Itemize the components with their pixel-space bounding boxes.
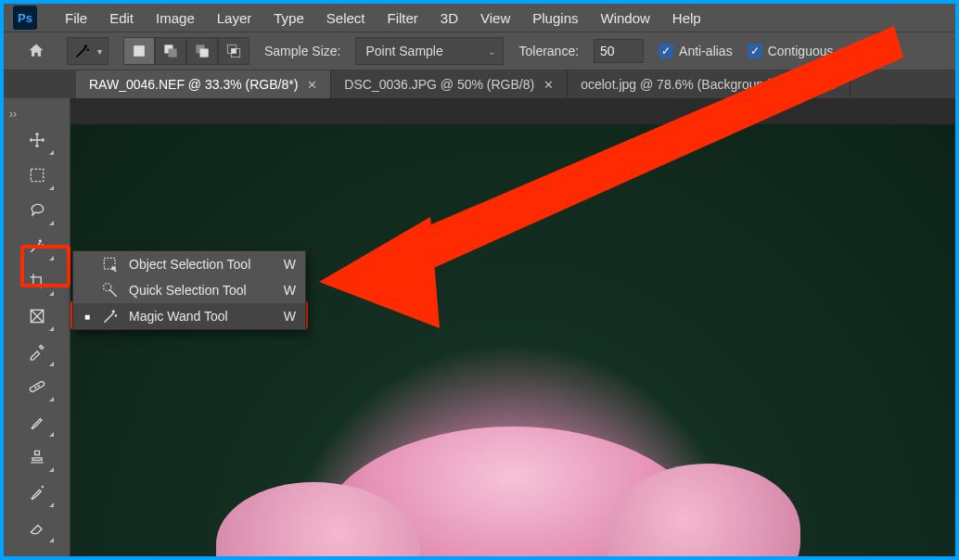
squares-intersect-icon <box>224 42 243 60</box>
move-icon <box>28 131 46 149</box>
menu-bar: Ps File Edit Image Layer Type Select Fil… <box>4 4 955 32</box>
brush-icon <box>28 413 46 431</box>
svg-rect-8 <box>31 169 43 181</box>
history-brush-tool[interactable] <box>18 475 57 510</box>
lasso-tool[interactable] <box>18 193 57 228</box>
home-button[interactable] <box>20 38 52 64</box>
selection-intersect-button[interactable] <box>218 37 249 65</box>
document-tab[interactable]: ocelot.jpg @ 78.6% (Background copy, RGB <box>568 70 850 98</box>
contiguous-checkbox[interactable]: ✓Contiguous <box>748 44 834 58</box>
magic-wand-icon <box>28 236 46 255</box>
brush-tool[interactable] <box>18 404 57 439</box>
checkmark-icon: ■ <box>83 312 92 322</box>
bandage-icon <box>28 377 46 396</box>
check-icon: ✓ <box>748 44 762 58</box>
tolerance-input[interactable]: 50 <box>594 39 644 63</box>
svg-rect-0 <box>134 45 145 57</box>
clone-stamp-tool[interactable] <box>18 439 57 475</box>
sample-size-value: Point Sample <box>365 44 442 58</box>
svg-rect-2 <box>169 49 177 57</box>
menu-view[interactable]: View <box>469 6 521 30</box>
home-icon <box>27 42 45 60</box>
crop-tool[interactable] <box>18 263 57 299</box>
menu-3d[interactable]: 3D <box>429 6 469 30</box>
chevron-down-icon: ▾ <box>97 46 102 57</box>
selection-new-button[interactable] <box>123 37 155 65</box>
flyout-item-shortcut: W <box>277 283 296 298</box>
square-icon <box>130 42 148 60</box>
tool-flyout-menu: Object Selection Tool W Quick Selection … <box>72 250 306 330</box>
options-bar: ▾ Sample Size: Point Sample ⌄ Tolerance:… <box>4 32 955 70</box>
tool-panel: ›› <box>4 98 70 556</box>
menu-layer[interactable]: Layer <box>206 6 263 30</box>
current-tool-indicator[interactable]: ▾ <box>67 37 109 65</box>
object-selection-icon <box>101 255 120 274</box>
svg-rect-10 <box>29 381 45 393</box>
marquee-icon <box>28 166 46 185</box>
document-canvas[interactable] <box>70 124 955 556</box>
close-icon[interactable]: ✕ <box>543 78 554 92</box>
svg-point-11 <box>34 387 35 388</box>
squares-add-icon <box>161 42 180 60</box>
selection-add-button[interactable] <box>155 37 186 65</box>
history-brush-icon <box>28 483 46 502</box>
eraser-tool[interactable] <box>18 510 57 545</box>
magic-wand-tool[interactable] <box>18 228 57 263</box>
menu-select[interactable]: Select <box>315 6 377 30</box>
close-icon[interactable]: ✕ <box>307 78 317 92</box>
sample-size-label: Sample Size: <box>264 44 340 58</box>
tolerance-label: Tolerance: <box>518 44 579 58</box>
chevron-down-icon: ⌄ <box>488 46 495 57</box>
flyout-item-label: Quick Selection Tool <box>129 283 268 298</box>
image-content <box>318 426 708 556</box>
magic-wand-icon <box>73 42 92 60</box>
menu-filter[interactable]: Filter <box>377 6 429 30</box>
frame-tool[interactable] <box>18 299 57 334</box>
eyedropper-tool[interactable] <box>18 334 57 369</box>
flyout-item-label: Magic Wand Tool <box>129 309 268 324</box>
stamp-icon <box>28 448 46 466</box>
squares-sub-icon <box>193 42 211 60</box>
sample-size-dropdown[interactable]: Point Sample ⌄ <box>355 37 504 65</box>
document-tab-label: RAW_0046.NEF @ 33.3% (RGB/8*) <box>89 77 298 92</box>
antialias-checkbox[interactable]: ✓Anti-alias <box>659 44 733 58</box>
menu-help[interactable]: Help <box>661 6 712 30</box>
healing-brush-tool[interactable] <box>18 369 57 404</box>
menu-plugins[interactable]: Plugins <box>521 6 589 30</box>
menu-file[interactable]: File <box>54 6 98 30</box>
menu-window[interactable]: Window <box>589 6 660 30</box>
document-tab-bar: RAW_0046.NEF @ 33.3% (RGB/8*)✕ DSC_0036.… <box>4 70 955 98</box>
document-tab-label: ocelot.jpg @ 78.6% (Background copy, RGB <box>581 77 836 92</box>
svg-rect-7 <box>232 49 237 54</box>
flyout-item-object-selection[interactable]: Object Selection Tool W <box>73 251 305 277</box>
panel-expand-button[interactable]: ›› <box>4 106 22 122</box>
flyout-item-label: Object Selection Tool <box>129 257 268 272</box>
svg-point-12 <box>38 386 39 387</box>
check-icon: ✓ <box>659 44 673 58</box>
flyout-item-shortcut: W <box>277 309 296 324</box>
svg-rect-4 <box>200 49 209 57</box>
document-tab-label: DSC_0036.JPG @ 50% (RGB/8) <box>344 77 534 92</box>
antialias-label: Anti-alias <box>679 44 733 58</box>
menu-type[interactable]: Type <box>262 6 315 30</box>
menu-image[interactable]: Image <box>145 6 206 30</box>
lasso-icon <box>28 201 46 220</box>
document-tab[interactable]: DSC_0036.JPG @ 50% (RGB/8)✕ <box>331 70 568 98</box>
quick-selection-icon <box>101 281 120 299</box>
flyout-item-shortcut: W <box>277 257 296 272</box>
flyout-item-quick-selection[interactable]: Quick Selection Tool W <box>73 277 305 303</box>
contiguous-label: Contiguous <box>768 44 834 58</box>
selection-mode-group <box>123 37 249 65</box>
eraser-icon <box>28 518 46 537</box>
menu-edit[interactable]: Edit <box>98 6 145 30</box>
magic-wand-icon <box>101 307 120 325</box>
flyout-item-magic-wand[interactable]: ■ Magic Wand Tool W <box>73 303 305 329</box>
app-logo: Ps <box>13 6 37 30</box>
selection-subtract-button[interactable] <box>186 37 218 65</box>
document-tab[interactable]: RAW_0046.NEF @ 33.3% (RGB/8*)✕ <box>76 70 331 98</box>
move-tool[interactable] <box>18 122 57 158</box>
tolerance-value: 50 <box>600 44 615 58</box>
eyedropper-icon <box>28 342 46 361</box>
crop-icon <box>28 272 46 290</box>
marquee-tool[interactable] <box>18 158 57 193</box>
